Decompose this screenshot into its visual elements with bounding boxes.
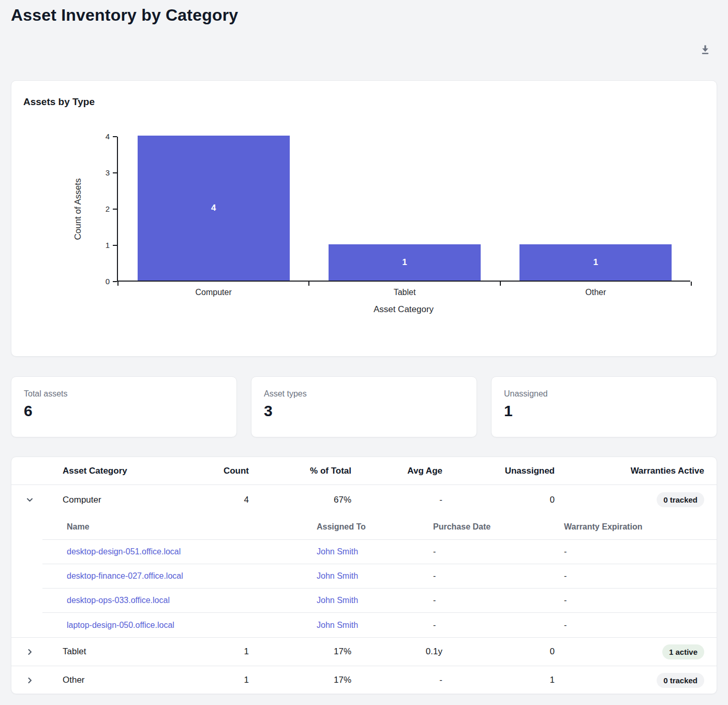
table-row-computer: Computer 4 67% - 0 0 tracked <box>11 485 717 515</box>
table-row-tablet: Tablet 1 17% 0.1y 0 1 active <box>11 637 717 666</box>
assignee-link[interactable]: John Smith <box>317 571 358 580</box>
column-header-pct-of-total: % of Total <box>249 466 351 476</box>
y-tick <box>113 209 117 210</box>
table-row-other: Other 1 17% - 1 0 tracked <box>11 666 717 694</box>
page: Asset Inventory by Category Assets by Ty… <box>0 0 728 705</box>
detail-row: desktop-finance-027.office.local John Sm… <box>42 564 717 589</box>
chart-title: Assets by Type <box>23 96 95 108</box>
x-category-label: Computer <box>157 288 271 297</box>
chevron-right-icon <box>25 676 34 685</box>
y-tick <box>113 136 117 137</box>
x-category-label: Tablet <box>348 288 462 297</box>
download-icon <box>700 44 711 55</box>
bar-tablet: 1 <box>329 244 481 281</box>
x-tick <box>691 282 692 286</box>
assignee-link[interactable]: John Smith <box>317 621 358 629</box>
y-tick-label: 0 <box>92 276 110 287</box>
warranty-badge: 1 active <box>662 644 704 659</box>
cell-category: Computer <box>42 495 187 505</box>
asset-link[interactable]: desktop-design-051.office.local <box>67 547 181 556</box>
x-axis-label: Asset Category <box>117 304 690 315</box>
column-header-asset-category: Asset Category <box>42 466 187 476</box>
warranty-badge: 0 tracked <box>657 492 704 507</box>
cell-warranty-expiration: - <box>564 571 717 581</box>
cell-purchase-date: - <box>433 571 564 581</box>
y-tick <box>113 172 117 173</box>
cell-avg-age: - <box>351 495 442 505</box>
bar-chart-plot: 012344Computer1Tablet1Other <box>117 137 690 282</box>
cell-pct-of-total: 17% <box>249 647 351 657</box>
stat-card-unassigned: Unassigned 1 <box>491 376 717 437</box>
cell-category: Tablet <box>42 647 187 657</box>
detail-column-header-purchase-date: Purchase Date <box>433 522 564 532</box>
y-tick-label: 3 <box>92 167 110 179</box>
cell-purchase-date: - <box>433 596 564 605</box>
stat-cards: Total assets 6 Asset types 3 Unassigned … <box>11 376 717 437</box>
cell-unassigned: 1 <box>442 675 555 685</box>
cell-unassigned: 0 <box>442 647 555 657</box>
cell-purchase-date: - <box>433 547 564 556</box>
bar-value-label: 1 <box>402 257 407 268</box>
expand-row-button[interactable] <box>22 673 37 687</box>
y-axis-label: Count of Assets <box>73 178 83 240</box>
detail-column-header-assigned-to: Assigned To <box>317 522 433 532</box>
chevron-right-icon <box>25 648 34 656</box>
x-category-label: Other <box>539 288 652 297</box>
assignee-link[interactable]: John Smith <box>317 547 358 556</box>
detail-column-header-warranty-expiration: Warranty Expiration <box>564 522 717 532</box>
page-title: Asset Inventory by Category <box>11 0 717 25</box>
y-tick-label: 2 <box>92 203 110 215</box>
detail-column-header-name: Name <box>67 522 317 532</box>
detail-row: desktop-ops-033.office.local John Smith … <box>42 589 717 613</box>
stat-label: Unassigned <box>504 389 704 399</box>
warranty-badge: 0 tracked <box>657 673 704 688</box>
detail-header-row: Name Assigned To Purchase Date Warranty … <box>42 515 717 540</box>
bar-value-label: 1 <box>593 257 598 268</box>
x-tick <box>117 282 118 286</box>
cell-count: 1 <box>187 675 249 685</box>
asset-link[interactable]: laptop-design-050.office.local <box>67 621 174 629</box>
cell-pct-of-total: 17% <box>249 675 351 685</box>
collapse-row-button[interactable] <box>22 493 37 507</box>
y-tick-label: 4 <box>92 131 110 142</box>
column-header-avg-age: Avg Age <box>351 466 442 476</box>
stat-value: 1 <box>504 402 704 420</box>
cell-avg-age: - <box>351 675 442 685</box>
stat-value: 3 <box>264 402 464 420</box>
stat-card-total-assets: Total assets 6 <box>11 376 237 437</box>
asset-link[interactable]: desktop-ops-033.office.local <box>67 596 170 605</box>
column-header-count: Count <box>187 466 249 476</box>
computer-detail-table: Name Assigned To Purchase Date Warranty … <box>42 515 717 637</box>
chevron-down-icon <box>25 495 34 504</box>
stat-value: 6 <box>24 402 224 420</box>
assets-table-card: Asset Category Count % of Total Avg Age … <box>11 457 717 694</box>
y-tick-label: 1 <box>92 240 110 251</box>
bar-computer: 4 <box>138 136 290 281</box>
stat-label: Total assets <box>24 389 224 399</box>
stat-card-asset-types: Asset types 3 <box>251 376 477 437</box>
cell-count: 4 <box>187 495 249 505</box>
expand-row-button[interactable] <box>22 644 37 659</box>
cell-warranty-expiration: - <box>564 596 717 605</box>
cell-pct-of-total: 67% <box>249 495 351 505</box>
cell-avg-age: 0.1y <box>351 647 442 657</box>
y-tick <box>113 245 117 246</box>
table-header-row: Asset Category Count % of Total Avg Age … <box>11 457 717 485</box>
chart-card: Assets by Type Count of Assets 012344Com… <box>11 80 717 357</box>
y-tick <box>113 281 117 282</box>
x-tick <box>308 282 309 286</box>
assignee-link[interactable]: John Smith <box>317 596 358 605</box>
asset-link[interactable]: desktop-finance-027.office.local <box>67 571 183 580</box>
x-tick <box>500 282 501 286</box>
cell-category: Other <box>42 675 187 685</box>
stat-label: Asset types <box>264 389 464 399</box>
cell-purchase-date: - <box>433 621 564 630</box>
column-header-warranties-active: Warranties Active <box>555 466 717 476</box>
detail-row: desktop-design-051.office.local John Smi… <box>42 540 717 564</box>
cell-warranty-expiration: - <box>564 621 717 630</box>
detail-row: laptop-design-050.office.local John Smit… <box>42 613 717 637</box>
cell-count: 1 <box>187 647 249 657</box>
cell-warranty-expiration: - <box>564 547 717 556</box>
bar-other: 1 <box>519 244 672 281</box>
download-button[interactable] <box>698 42 712 57</box>
